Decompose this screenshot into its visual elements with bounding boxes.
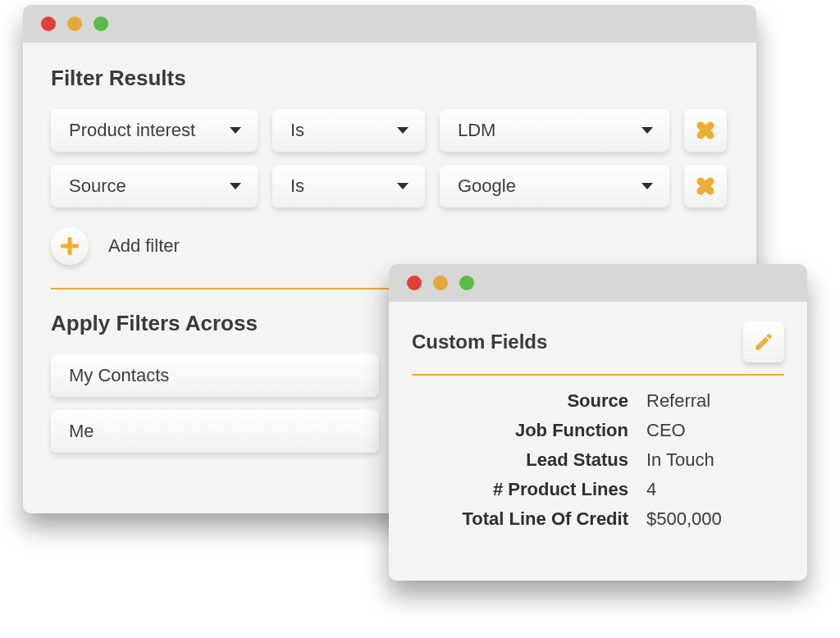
filter-row: Product interest Is LDM <box>51 109 728 152</box>
filter-operator-select[interactable]: Is <box>272 109 425 152</box>
filter-results-title: Filter Results <box>51 66 728 91</box>
custom-field-label: Total Line Of Credit <box>412 508 646 530</box>
filter-operator-label: Is <box>290 175 304 197</box>
add-filter-label: Add filter <box>108 235 180 257</box>
filter-row: Source Is Google <box>51 165 728 207</box>
add-circle <box>51 227 89 265</box>
filter-value-label: Google <box>458 175 516 197</box>
window-minimize-button[interactable] <box>67 16 82 31</box>
custom-field-label: # Product Lines <box>412 479 646 500</box>
custom-field-value: In Touch <box>646 449 714 471</box>
apply-target-label: Me <box>69 421 94 442</box>
custom-field-value: CEO <box>646 420 686 441</box>
custom-fields-content: Custom Fields Source Referral Job Functi… <box>389 302 807 530</box>
apply-target-item[interactable]: Me <box>51 410 379 453</box>
apply-target-label: My Contacts <box>69 365 169 386</box>
chevron-down-icon <box>397 127 409 134</box>
apply-target-item[interactable]: My Contacts <box>51 354 379 397</box>
filter-value-select[interactable]: Google <box>440 165 669 207</box>
custom-field-label: Source <box>412 390 646 412</box>
filter-value-select[interactable]: LDM <box>440 109 669 152</box>
custom-field-value: Referral <box>646 390 710 412</box>
chevron-down-icon <box>641 183 653 189</box>
window-minimize-button[interactable] <box>433 276 448 290</box>
custom-field-row: # Product Lines 4 <box>412 479 784 500</box>
remove-filter-button[interactable] <box>684 165 727 207</box>
remove-filter-button[interactable] <box>684 109 727 152</box>
chevron-down-icon <box>230 127 241 134</box>
filter-field-label: Source <box>69 175 126 197</box>
chevron-down-icon <box>230 183 241 189</box>
add-filter-button[interactable]: Add filter <box>51 227 728 265</box>
filter-field-select[interactable]: Source <box>51 165 258 207</box>
custom-field-row: Source Referral <box>412 390 784 412</box>
custom-field-label: Job Function <box>412 420 646 441</box>
chevron-down-icon <box>397 183 409 189</box>
custom-field-row: Job Function CEO <box>412 420 784 441</box>
custom-field-row: Lead Status In Touch <box>412 449 784 471</box>
titlebar <box>389 264 807 302</box>
edit-custom-fields-button[interactable] <box>743 321 784 362</box>
close-icon <box>695 175 716 197</box>
plus-icon <box>61 237 79 255</box>
custom-fields-title: Custom Fields <box>412 330 547 353</box>
custom-field-row: Total Line Of Credit $500,000 <box>412 508 784 530</box>
custom-fields-header: Custom Fields <box>412 321 784 362</box>
filter-field-select[interactable]: Product interest <box>51 109 258 152</box>
filter-operator-label: Is <box>290 120 304 141</box>
filter-value-label: LDM <box>458 120 495 141</box>
section-divider <box>412 374 784 376</box>
custom-field-value: 4 <box>646 479 656 500</box>
window-close-button[interactable] <box>41 16 56 31</box>
window-close-button[interactable] <box>407 276 422 290</box>
window-zoom-button[interactable] <box>94 16 108 31</box>
titlebar <box>23 5 756 43</box>
chevron-down-icon <box>641 127 653 134</box>
custom-field-value: $500,000 <box>646 508 722 530</box>
custom-field-label: Lead Status <box>412 449 646 471</box>
pencil-icon <box>753 331 774 353</box>
filter-operator-select[interactable]: Is <box>272 165 425 207</box>
filter-field-label: Product interest <box>69 120 195 141</box>
custom-fields-window: Custom Fields Source Referral Job Functi… <box>389 264 807 581</box>
close-icon <box>695 120 716 141</box>
window-zoom-button[interactable] <box>459 276 474 290</box>
